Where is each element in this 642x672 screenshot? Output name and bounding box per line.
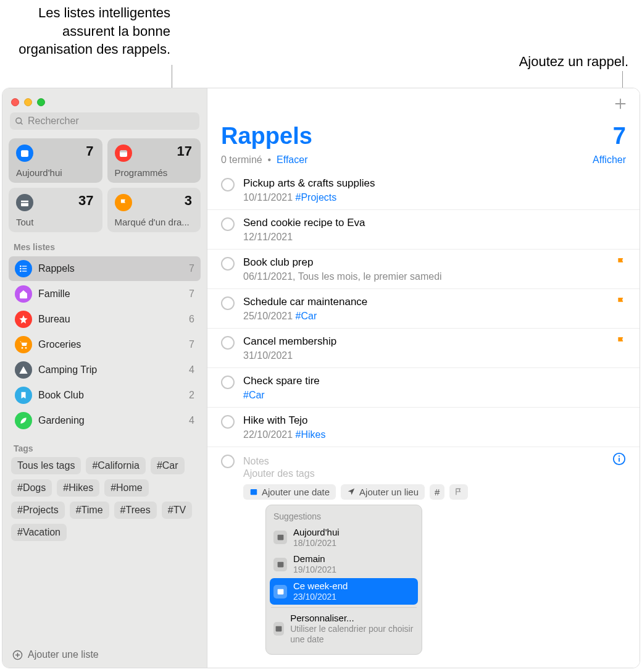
search-placeholder: Rechercher — [28, 116, 79, 127]
close-icon[interactable] — [11, 98, 19, 106]
reminder-checkbox[interactable] — [221, 455, 235, 468]
suggestion-date: Utiliser le calendrier pour choisir une … — [290, 624, 414, 645]
reminder-tag[interactable]: #Projects — [296, 192, 337, 203]
list-title: Rappels — [221, 123, 312, 149]
tag-tous-les-tags[interactable]: Tous les tags — [11, 457, 81, 474]
sidebar-list-camping-trip[interactable]: Camping Trip4 — [9, 358, 201, 382]
leaf-icon — [15, 412, 32, 429]
suggestion-ce-week-end[interactable]: Ce week-end23/10/2021 — [270, 578, 418, 605]
suggestion-title: Ce week-end — [293, 581, 348, 592]
smart-label: Tout — [16, 217, 96, 227]
add-tags-placeholder[interactable]: Ajouter des tags — [243, 468, 626, 479]
tag-hikes[interactable]: #Hikes — [57, 479, 99, 497]
scheduled-icon — [115, 145, 132, 162]
calendar-icon — [249, 487, 258, 496]
show-completed-button[interactable]: Afficher — [593, 154, 626, 166]
reminder-title: Cancel membership — [243, 335, 607, 349]
notes-placeholder[interactable]: Notes — [243, 456, 626, 467]
zoom-icon[interactable] — [37, 98, 45, 106]
new-reminder-row[interactable]: Notes Ajouter des tags Ajouter une date … — [207, 447, 640, 661]
reminder-item[interactable]: Hike with Tejo22/10/2021 #Hikes — [207, 408, 640, 447]
sidebar-list-groceries[interactable]: Groceries7 — [9, 332, 201, 357]
smart-all[interactable]: 37Tout — [9, 188, 102, 232]
calendar-icon — [273, 622, 284, 636]
tag-trees[interactable]: #Trees — [114, 502, 157, 519]
sidebar-list-gardening[interactable]: Gardening4 — [9, 408, 201, 433]
minimize-icon[interactable] — [24, 98, 32, 106]
info-button[interactable] — [612, 452, 626, 469]
reminder-checkbox[interactable] — [221, 336, 235, 350]
suggestion-title: Demain — [293, 553, 336, 565]
window-controls — [9, 96, 201, 112]
info-icon — [612, 452, 626, 466]
add-tag-chip[interactable]: # — [430, 484, 444, 500]
sidebar-list-book-club[interactable]: Book Club2 — [9, 383, 201, 408]
reminder-checkbox[interactable] — [221, 296, 235, 310]
reminder-checkbox[interactable] — [221, 257, 235, 271]
reminder-item[interactable]: Schedule car maintenance25/10/2021 #Car — [207, 289, 640, 329]
tag-tv[interactable]: #TV — [162, 502, 192, 519]
reminders-window: Rechercher 7Aujourd'hui17Programmés37Tou… — [2, 88, 640, 668]
suggestion-divider — [271, 607, 417, 608]
reminder-title: Send cookie recipe to Eva — [243, 216, 626, 230]
reminder-subtitle: 10/11/2021 #Projects — [243, 192, 626, 203]
tag-home[interactable]: #Home — [104, 479, 149, 497]
list-label: Famille — [38, 288, 70, 300]
reminder-item[interactable]: Pickup arts & crafts supplies10/11/2021 … — [207, 170, 640, 210]
suggestion-demain[interactable]: Demain19/10/2021 — [270, 551, 418, 578]
suggestion-personnaliser-[interactable]: Personnaliser...Utiliser le calendrier p… — [270, 610, 418, 647]
list-label: Bureau — [38, 314, 70, 325]
list-count: 4 — [189, 415, 194, 426]
reminder-item[interactable]: Book club prep06/11/2021, Tous les mois,… — [207, 250, 640, 289]
smart-scheduled[interactable]: 17Programmés — [107, 138, 201, 183]
add-date-chip[interactable]: Ajouter une date — [243, 484, 336, 500]
search-input[interactable]: Rechercher — [10, 112, 199, 130]
reminder-item[interactable]: Cancel membership31/10/2021 — [207, 329, 640, 368]
add-flag-chip[interactable] — [449, 484, 468, 500]
section-tags: Tags — [9, 443, 201, 457]
reminder-checkbox[interactable] — [221, 178, 235, 191]
reminder-title: Schedule car maintenance — [243, 295, 607, 309]
clear-completed-button[interactable]: Effacer — [277, 154, 307, 165]
add-list-button[interactable]: Ajouter une liste — [9, 644, 201, 662]
sidebar-list-rappels[interactable]: Rappels7 — [9, 256, 201, 281]
smart-lists: 7Aujourd'hui17Programmés37Tout3Marqué d'… — [9, 138, 201, 232]
reminder-checkbox[interactable] — [221, 217, 235, 231]
add-location-chip[interactable]: Ajouter un lieu — [341, 484, 425, 500]
reminder-tag[interactable]: #Car — [243, 390, 265, 400]
suggestion-aujourd-hui[interactable]: Aujourd'hui18/10/2021 — [270, 524, 418, 551]
tag-california[interactable]: #California — [86, 457, 145, 474]
all-icon — [16, 194, 33, 211]
reminder-tag[interactable]: #Hikes — [296, 429, 326, 440]
suggestion-title: Personnaliser... — [290, 613, 414, 624]
tag-time[interactable]: #Time — [70, 502, 109, 519]
svg-rect-20 — [277, 562, 283, 568]
list-icon — [15, 260, 32, 277]
sidebar-list-bureau[interactable]: Bureau6 — [9, 307, 201, 332]
svg-point-12 — [25, 347, 27, 349]
svg-point-7 — [20, 268, 22, 270]
completed-count: 0 terminé — [221, 154, 262, 165]
smart-today[interactable]: 7Aujourd'hui — [9, 138, 102, 183]
reminder-item[interactable]: Send cookie recipe to Eva12/11/2021 — [207, 210, 640, 250]
callout-smart-lists: Les listes intelligentes assurent la bon… — [0, 4, 170, 59]
tag-projects[interactable]: #Projects — [11, 502, 65, 519]
reminder-checkbox[interactable] — [221, 415, 235, 429]
reminder-checkbox[interactable] — [221, 376, 235, 389]
tag-dogs[interactable]: #Dogs — [11, 479, 52, 497]
smart-label: Marqué d'un dra... — [115, 217, 195, 227]
flagged-icon — [115, 194, 132, 211]
tag-vacation[interactable]: #Vacation — [11, 524, 67, 541]
svg-rect-21 — [277, 589, 283, 595]
add-reminder-button[interactable] — [612, 96, 628, 112]
reminder-tag[interactable]: #Car — [296, 311, 317, 321]
reminder-subtitle: 22/10/2021 #Hikes — [243, 429, 626, 440]
tag-car[interactable]: #Car — [151, 457, 185, 474]
reminder-item[interactable]: Check spare tire#Car — [207, 368, 640, 408]
smart-flagged[interactable]: 3Marqué d'un dra... — [107, 188, 201, 232]
date-suggestions-popover: Suggestions Aujourd'hui18/10/2021Demain1… — [265, 505, 422, 655]
reminder-title: Check spare tire — [243, 374, 626, 388]
sidebar-list-famille[interactable]: Famille7 — [9, 282, 201, 306]
svg-line-1 — [20, 122, 22, 124]
list-label: Gardening — [38, 415, 85, 426]
